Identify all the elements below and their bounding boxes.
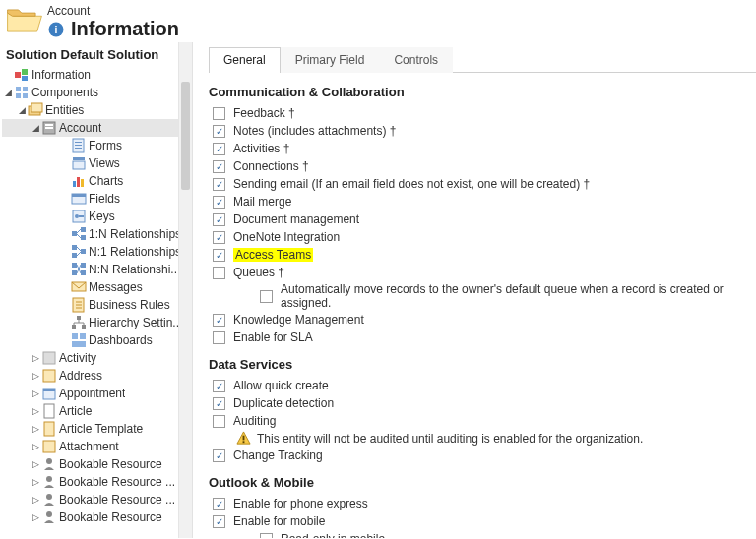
svg-rect-6 bbox=[23, 87, 28, 91]
svg-rect-5 bbox=[16, 87, 21, 91]
svg-rect-15 bbox=[75, 142, 82, 143]
svg-rect-3 bbox=[22, 69, 28, 75]
tree-node-address[interactable]: ▷Address bbox=[2, 367, 192, 385]
tree-node-bookable-resource-1[interactable]: ▷Bookable Resource bbox=[2, 455, 192, 473]
svg-rect-20 bbox=[73, 181, 76, 187]
svg-rect-29 bbox=[81, 227, 86, 232]
svg-point-56 bbox=[46, 511, 52, 517]
svg-rect-12 bbox=[45, 124, 53, 126]
svg-rect-31 bbox=[81, 249, 86, 254]
option-auditing[interactable]: Auditing bbox=[213, 413, 756, 429]
tree-node-forms[interactable]: Forms bbox=[2, 137, 192, 154]
option-access-teams[interactable]: Access Teams bbox=[213, 247, 756, 263]
entity-icon bbox=[41, 120, 57, 136]
option-change-tracking[interactable]: Change Tracking bbox=[213, 448, 756, 463]
tree-node-activity[interactable]: ▷Activity bbox=[2, 349, 192, 367]
entity-icon bbox=[41, 439, 57, 454]
svg-rect-36 bbox=[72, 270, 77, 275]
option-mobile[interactable]: Enable for mobile bbox=[213, 513, 756, 529]
option-queues[interactable]: Queues † bbox=[213, 265, 756, 280]
svg-rect-49 bbox=[43, 389, 55, 391]
option-phone-express[interactable]: Enable for phone express bbox=[213, 496, 756, 511]
section-data-services: Data Services bbox=[209, 357, 756, 372]
option-sending-email[interactable]: Sending email (If an email field does no… bbox=[213, 176, 756, 192]
svg-rect-42 bbox=[82, 325, 86, 329]
svg-rect-17 bbox=[75, 148, 82, 149]
svg-rect-4 bbox=[22, 76, 28, 81]
tree-node-messages[interactable]: Messages bbox=[2, 278, 192, 296]
entities-icon bbox=[28, 102, 43, 118]
tree-node-information[interactable]: Information bbox=[2, 66, 192, 84]
tree-node-bookable-resource-4[interactable]: ▷Bookable Resource bbox=[2, 509, 192, 526]
entity-icon bbox=[41, 509, 57, 525]
tree-node-article[interactable]: ▷Article bbox=[2, 402, 192, 420]
option-notes[interactable]: Notes (includes attachments) † bbox=[213, 123, 756, 139]
svg-rect-51 bbox=[44, 422, 54, 436]
option-auto-queue[interactable]: Automatically move records to the owner'… bbox=[213, 282, 756, 310]
option-knowledge[interactable]: Knowledge Management bbox=[213, 312, 756, 328]
option-quick-create[interactable]: Allow quick create bbox=[213, 378, 756, 393]
svg-rect-52 bbox=[43, 441, 55, 452]
option-feedback[interactable]: Feedback † bbox=[213, 105, 756, 121]
tree-node-article-template[interactable]: ▷Article Template bbox=[2, 420, 192, 438]
svg-rect-33 bbox=[72, 253, 77, 258]
entity-icon bbox=[41, 350, 57, 366]
option-document-management[interactable]: Document management bbox=[213, 211, 756, 227]
entity-icon bbox=[41, 474, 57, 490]
option-read-only-mobile[interactable]: Read-only in mobile bbox=[213, 531, 756, 538]
option-mail-merge[interactable]: Mail merge bbox=[213, 194, 756, 210]
tree-node-1n-relationships[interactable]: 1:N Relationships bbox=[2, 225, 192, 243]
svg-rect-10 bbox=[32, 103, 42, 112]
tree-node-appointment[interactable]: ▷Appointment bbox=[2, 385, 192, 402]
svg-rect-40 bbox=[77, 316, 81, 320]
keys-icon bbox=[71, 209, 87, 224]
svg-rect-37 bbox=[81, 270, 86, 275]
tree-node-n1-relationships[interactable]: N:1 Relationships bbox=[2, 243, 192, 261]
dashboards-icon bbox=[71, 332, 87, 348]
tree-node-nn-relationships[interactable]: N:N Relationshi... bbox=[2, 261, 192, 278]
tree-node-components[interactable]: ◢ Components bbox=[2, 84, 192, 101]
hierarchy-icon bbox=[71, 315, 87, 330]
option-connections[interactable]: Connections † bbox=[213, 158, 756, 174]
fields-icon bbox=[71, 191, 87, 207]
entity-icon bbox=[41, 368, 57, 384]
svg-rect-22 bbox=[81, 179, 84, 187]
option-duplicate-detection[interactable]: Duplicate detection bbox=[213, 395, 756, 411]
breadcrumb: Account bbox=[47, 4, 179, 18]
option-activities[interactable]: Activities † bbox=[213, 141, 756, 156]
tree-node-entities[interactable]: ◢ Entities bbox=[2, 101, 192, 119]
tree-node-views[interactable]: Views bbox=[2, 154, 192, 172]
tab-general[interactable]: General bbox=[209, 47, 281, 73]
auditing-warning: This entity will not be audited until au… bbox=[236, 431, 756, 446]
svg-rect-35 bbox=[81, 263, 86, 268]
tree-node-dashboards[interactable]: Dashboards bbox=[2, 331, 192, 349]
svg-rect-8 bbox=[23, 93, 28, 98]
tree-node-attachment[interactable]: ▷Attachment bbox=[2, 438, 192, 455]
tree-node-bookable-resource-3[interactable]: ▷Bookable Resource ... bbox=[2, 491, 192, 509]
svg-rect-58 bbox=[243, 441, 245, 443]
svg-rect-50 bbox=[44, 404, 54, 418]
tree-node-fields[interactable]: Fields bbox=[2, 190, 192, 208]
tree-node-business-rules[interactable]: Business Rules bbox=[2, 296, 192, 314]
svg-rect-57 bbox=[243, 436, 245, 441]
tree-node-keys[interactable]: Keys bbox=[2, 208, 192, 225]
relationship-1n-icon bbox=[71, 226, 87, 242]
section-outlook-mobile: Outlook & Mobile bbox=[209, 475, 756, 490]
svg-rect-32 bbox=[72, 245, 77, 250]
tree-node-hierarchy[interactable]: Hierarchy Settin... bbox=[2, 314, 192, 331]
tree-node-account[interactable]: ◢ Account bbox=[2, 119, 192, 137]
tree-node-bookable-resource-2[interactable]: ▷Bookable Resource ... bbox=[2, 473, 192, 491]
page-title: Information bbox=[71, 18, 179, 40]
svg-rect-44 bbox=[80, 333, 86, 339]
tree-scrollbar[interactable] bbox=[178, 42, 192, 538]
option-enable-sla[interactable]: Enable for SLA bbox=[213, 329, 756, 345]
tab-controls[interactable]: Controls bbox=[379, 47, 453, 73]
option-onenote[interactable]: OneNote Integration bbox=[213, 229, 756, 245]
entity-icon bbox=[41, 403, 57, 419]
views-icon bbox=[71, 155, 87, 171]
business-rules-icon bbox=[71, 297, 87, 313]
entity-icon bbox=[41, 492, 57, 508]
tree-node-charts[interactable]: Charts bbox=[2, 172, 192, 190]
tab-primary-field[interactable]: Primary Field bbox=[281, 47, 380, 73]
svg-rect-16 bbox=[75, 145, 82, 146]
